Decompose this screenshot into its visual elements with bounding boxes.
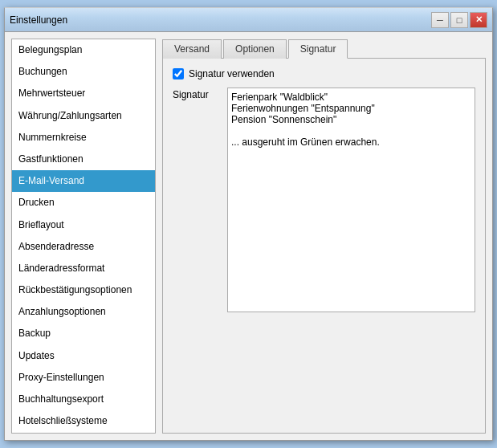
signatur-textarea[interactable] (227, 88, 475, 312)
signatur-checkbox[interactable] (173, 68, 184, 79)
sidebar-item-nummernkreise[interactable]: Nummernkreise (12, 127, 155, 149)
window-title: Einstellungen (10, 14, 67, 26)
sidebar-item-hotelschliesssysteme[interactable]: Hotelschließsysteme (12, 410, 155, 432)
sidebar-item-buchungen[interactable]: Buchungen (12, 61, 155, 83)
sidebar-item-drucken[interactable]: Drucken (12, 192, 155, 214)
window-content: BelegungsplanBuchungenMehrwertsteuerWähr… (5, 32, 492, 440)
sidebar-item-brieflayout[interactable]: Brieflayout (12, 214, 155, 236)
tab-signatur[interactable]: Signatur (288, 39, 348, 59)
close-button[interactable]: ✕ (470, 12, 487, 28)
sidebar-item-ruckbestatigung[interactable]: Rückbestätigungsoptionen (12, 279, 155, 301)
sidebar-item-kassensysteme[interactable]: Kassensysteme (12, 432, 155, 434)
signatur-checkbox-label[interactable]: Signatur verwenden (189, 68, 275, 79)
sidebar-item-wahrung[interactable]: Währung/Zahlungsarten (12, 105, 155, 127)
sidebar-item-belegungsplan[interactable]: Belegungsplan (12, 39, 155, 61)
maximize-button[interactable]: □ (450, 12, 468, 28)
signatur-checkbox-row: Signatur verwenden (173, 68, 475, 79)
minimize-button[interactable]: ─ (431, 12, 449, 28)
sidebar-item-buchhaltungsexport[interactable]: Buchhaltungsexport (12, 389, 155, 410)
main-panel: VersandOptionenSignatur Signatur verwend… (162, 39, 486, 434)
tab-versand[interactable]: Versand (162, 39, 222, 59)
tab-optionen[interactable]: Optionen (223, 39, 287, 59)
sidebar: BelegungsplanBuchungenMehrwertsteuerWähr… (11, 39, 156, 434)
sidebar-item-backup[interactable]: Backup (12, 323, 155, 344)
sidebar-item-landeradressformat[interactable]: Länderadressformat (12, 258, 155, 279)
sidebar-item-absenderadresse[interactable]: Absenderadresse (12, 236, 155, 258)
sidebar-item-proxy[interactable]: Proxy-Einstellungen (12, 367, 155, 389)
signatur-field-row: Signatur (173, 88, 475, 423)
sidebar-item-gastfunktionen[interactable]: Gastfunktionen (12, 149, 155, 170)
tabs-bar: VersandOptionenSignatur (162, 39, 486, 59)
sidebar-item-email-versand[interactable]: E-Mail-Versand (12, 170, 155, 192)
main-window: Einstellungen ─ □ ✕ BelegungsplanBuchung… (4, 7, 493, 441)
sidebar-item-mehrwertsteuer[interactable]: Mehrwertsteuer (12, 83, 155, 104)
title-bar-buttons: ─ □ ✕ (431, 12, 487, 28)
tab-content: Signatur verwenden Signatur (162, 59, 486, 434)
sidebar-item-anzahlung[interactable]: Anzahlungsoptionen (12, 301, 155, 323)
title-bar: Einstellungen ─ □ ✕ (5, 8, 492, 32)
signatur-label: Signatur (173, 88, 221, 100)
sidebar-item-updates[interactable]: Updates (12, 345, 155, 367)
